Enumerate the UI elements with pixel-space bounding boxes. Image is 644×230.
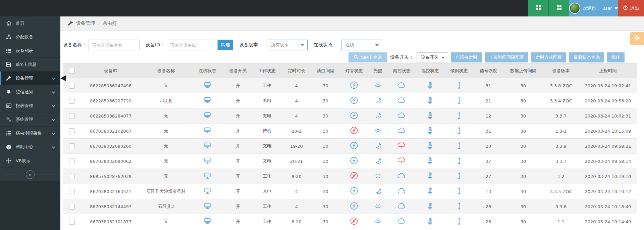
sidebar-item-3[interactable]: sim卡信息 <box>0 58 60 72</box>
timer-duration-cell: 8-20 <box>282 214 311 229</box>
sidebar-item-7[interactable]: 系统管理 <box>0 113 60 127</box>
chevron-down-icon <box>375 44 379 46</box>
timer-duration-cell: 8-20 <box>282 169 311 184</box>
sim-query-label: SIM卡查询 <box>361 54 382 60</box>
topbar: 欢迎您， user 退出 <box>0 0 644 16</box>
online-status-select[interactable]: 在线 <box>341 40 382 50</box>
device-name-cell: 无 <box>141 124 191 139</box>
timer-duration-cell: 4 <box>282 108 311 124</box>
gear-icon <box>634 35 640 43</box>
sidebar-item-0[interactable]: 首页 <box>0 16 60 30</box>
device-version-cell: 3.3.6 <box>543 199 579 214</box>
row-checkbox[interactable] <box>69 158 75 164</box>
device-switch-cell: 开 <box>224 93 252 108</box>
sidebar-item-6[interactable]: 报表管理 <box>0 99 60 113</box>
rain-cloud-icon <box>397 142 406 149</box>
device-switch-cell: 开 <box>224 124 252 139</box>
tilt-icon <box>457 142 462 149</box>
sidebar-item-10[interactable]: VR展示 <box>0 154 60 168</box>
row-checkbox[interactable] <box>69 143 75 149</box>
signal-strength-cell: 13 <box>474 184 503 199</box>
select-all-checkbox[interactable] <box>69 68 75 74</box>
work-status-cell: 充电 <box>252 139 282 154</box>
row-checkbox[interactable] <box>69 113 75 119</box>
cloud-icon <box>397 112 406 118</box>
row-checkbox[interactable] <box>69 189 75 194</box>
column-header: 上报时间 <box>579 63 637 78</box>
row-checkbox[interactable] <box>69 128 75 134</box>
table-row: 867038032144497石阡县3开工作43028303.3.62020-0… <box>63 199 637 214</box>
device-name-input[interactable] <box>89 40 140 50</box>
row-checkbox[interactable] <box>69 98 75 104</box>
toolbar-button-4[interactable]: 操作 <box>607 52 625 62</box>
sidebar-item-4[interactable]: 设备管理 <box>0 72 60 85</box>
device-switch-label: 设备开关： <box>390 54 414 60</box>
collapse-glyph: « <box>29 172 32 177</box>
device-id-cell: 867038032101877 <box>80 214 141 229</box>
row-checkbox[interactable] <box>69 174 75 179</box>
table-row: 867038032102867无开待机20-23031301.3-12020-0… <box>63 124 637 139</box>
breadcrumb-section[interactable]: 设备管理 <box>76 20 95 27</box>
row-checkbox[interactable] <box>69 83 75 89</box>
row-checkbox[interactable] <box>69 204 75 210</box>
clean-interval-cell: 30 <box>311 214 340 229</box>
floppy-icon <box>6 62 11 67</box>
bolt-off-icon <box>350 127 358 134</box>
sidebar-item-2[interactable]: 设备列表 <box>0 44 60 58</box>
device-switch-cell: 开 <box>224 199 252 214</box>
device-version-cell: 1.2 <box>543 169 579 184</box>
table-row: 862285036247496无开工作43031303.3.8-ZQC2020-… <box>63 78 637 93</box>
logout-button[interactable]: 退出 <box>618 0 644 16</box>
online-status-label: 在线状态： <box>314 42 337 48</box>
sidebar-filler <box>0 181 60 230</box>
sidebar-item-9[interactable]: ?帮助中心 <box>0 140 60 154</box>
sidebar-item-5[interactable]: 短信通知 <box>0 85 60 99</box>
report-time-cell: 2020-03-24 10:15:09 <box>579 124 637 139</box>
device-id-input[interactable] <box>167 40 218 50</box>
signal-strength-cell: 26 <box>474 214 503 229</box>
sidebar-collapse-button[interactable]: « <box>26 170 35 179</box>
device-version-cell: 1.1 <box>543 214 579 229</box>
sidebar-item-8[interactable]: 123病虫测报采集 <box>0 127 60 140</box>
user-menu[interactable]: 欢迎您， user <box>569 0 618 16</box>
thermometer-icon <box>427 111 433 119</box>
device-version-select[interactable]: 所有版本 <box>267 40 308 50</box>
question-icon: ? <box>6 144 11 150</box>
breadcrumb-page: 杀虫灯 <box>103 20 117 27</box>
timer-duration-cell: 4 <box>282 184 311 199</box>
row-checkbox[interactable] <box>69 219 75 225</box>
signal-strength-cell: 27 <box>474 154 503 169</box>
clean-interval-cell: 30 <box>311 169 340 184</box>
device-name-cell: 无 <box>141 214 191 229</box>
device-switch-select[interactable]: 设备开关 <box>417 52 448 62</box>
chevron-down-icon <box>52 145 55 149</box>
column-header: 数据上传间隔 <box>503 63 543 78</box>
report-time-cell: 2020-03-24 10:19:10 <box>579 169 637 184</box>
timer-duration-cell: 4 <box>282 78 311 93</box>
tilt-icon <box>457 96 462 104</box>
sidebar-item-1[interactable]: 分配设备 <box>0 30 60 44</box>
device-name-cell: 印江县 <box>141 93 191 108</box>
toolbar-button-1[interactable]: 上传时间间隔配置 <box>485 52 528 62</box>
toolbar-button-0[interactable]: 自清虫定时 <box>451 52 482 62</box>
filter-button[interactable]: 筛选 <box>218 40 233 50</box>
toolbar-button-2[interactable]: 定时方式配置 <box>531 52 566 62</box>
moon-icon <box>375 158 381 164</box>
settings-float-button[interactable] <box>630 32 644 45</box>
upload-interval-cell: 30 <box>503 78 543 93</box>
app-grid-button-1[interactable] <box>528 0 548 16</box>
bolt-on-icon <box>350 142 358 149</box>
cloud-icon <box>397 97 406 103</box>
clean-interval-cell: 30 <box>311 93 340 108</box>
toolbar-button-3[interactable]: 最新状态查询 <box>569 52 604 62</box>
sim-query-button[interactable]: SIM卡查询 <box>348 52 387 62</box>
bolt-on-icon <box>350 202 358 210</box>
timer-duration-cell: 19-20 <box>282 139 311 154</box>
chevron-down-icon <box>52 132 55 135</box>
wrench-icon <box>6 76 11 81</box>
app-grid-button-2[interactable] <box>548 0 569 16</box>
device-switch-cell: 开 <box>224 139 252 154</box>
table-row: 862285036227720印江县开充电43021303.3.4-ZQC202… <box>63 93 637 108</box>
work-status-cell: 工作 <box>252 214 282 229</box>
column-header: 设备版本 <box>543 63 579 78</box>
